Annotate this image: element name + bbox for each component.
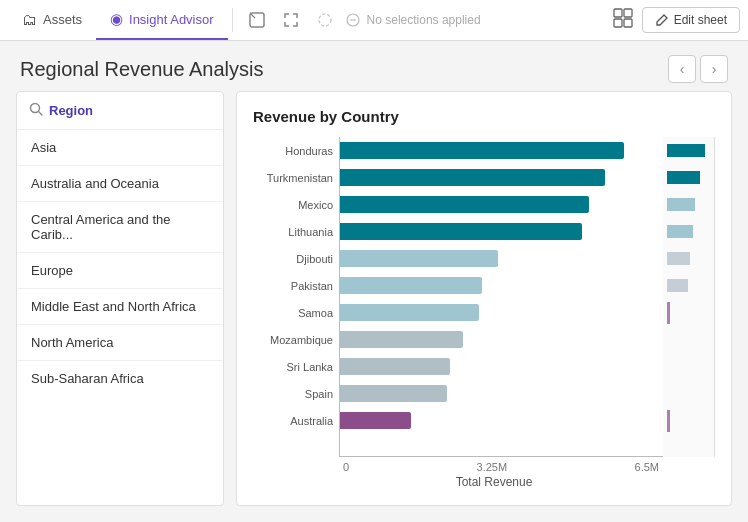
sec-bar-marker xyxy=(667,410,670,432)
bar-label: Australia xyxy=(253,408,333,434)
edit-sheet-label: Edit sheet xyxy=(674,13,727,27)
sidebar-region-label: Region xyxy=(49,103,93,118)
sec-bar-fill xyxy=(667,225,693,238)
bar-row-1 xyxy=(340,165,663,191)
sec-bar-row xyxy=(663,273,714,299)
sec-bar-row xyxy=(663,300,714,326)
search-icon xyxy=(29,102,43,119)
bar-label: Spain xyxy=(253,381,333,407)
sec-bar-row xyxy=(663,192,714,218)
bar-label: Mexico xyxy=(253,192,333,218)
expand-icon xyxy=(282,11,300,29)
select-btn[interactable] xyxy=(309,4,341,36)
secondary-bars xyxy=(663,137,715,457)
svg-rect-6 xyxy=(624,9,632,17)
nav-next-button[interactable]: › xyxy=(700,55,728,83)
chevron-right-icon: › xyxy=(712,61,717,77)
sidebar-item-north-america[interactable]: North America xyxy=(17,325,223,361)
bar-label: Turkmenistan xyxy=(253,165,333,191)
nav-arrows: ‹ › xyxy=(668,55,728,83)
bar-fill xyxy=(340,331,463,348)
select-icon xyxy=(316,11,334,29)
sec-bar-row xyxy=(663,246,714,272)
bar-row-4 xyxy=(340,246,663,272)
x-tick-0: 0 xyxy=(343,461,349,473)
bar-label: Pakistan xyxy=(253,273,333,299)
bar-fill xyxy=(340,223,582,240)
sidebar-item-asia[interactable]: Asia xyxy=(17,130,223,166)
bar-fill xyxy=(340,277,482,294)
bar-fill xyxy=(340,169,605,186)
bar-label: Djibouti xyxy=(253,246,333,272)
tab-assets-label: Assets xyxy=(43,12,82,27)
x-axis-label: Total Revenue xyxy=(253,475,715,489)
edit-icon xyxy=(655,13,669,27)
bar-row-7 xyxy=(340,327,663,353)
bar-fill xyxy=(340,250,498,267)
svg-line-10 xyxy=(39,112,43,116)
page-content: Regional Revenue Analysis ‹ › Region Asi… xyxy=(0,41,748,522)
sec-bar-fill xyxy=(667,279,688,292)
bar-row-6 xyxy=(340,300,663,326)
sec-bar-fill xyxy=(667,144,705,157)
x-tick-2: 6.5M xyxy=(635,461,659,473)
chart-title: Revenue by Country xyxy=(253,108,715,125)
bar-row-3 xyxy=(340,219,663,245)
expand-btn[interactable] xyxy=(275,4,307,36)
svg-rect-5 xyxy=(614,9,622,17)
sec-bar-row xyxy=(663,165,714,191)
svg-rect-7 xyxy=(614,19,622,27)
x-axis-ticks: 0 3.25M 6.5M xyxy=(253,461,715,473)
chart-area: Honduras Turkmenistan Mexico Lithuania D… xyxy=(253,137,715,457)
sidebar-list: Asia Australia and Oceania Central Ameri… xyxy=(17,130,223,505)
sec-bar-row xyxy=(663,354,714,380)
bar-fill xyxy=(340,304,479,321)
tab-assets[interactable]: 🗂 Assets xyxy=(8,0,96,40)
topbar-right: Edit sheet xyxy=(612,7,740,34)
sidebar-item-australia-oceania[interactable]: Australia and Oceania xyxy=(17,166,223,202)
bar-label: Lithuania xyxy=(253,219,333,245)
bar-row-0 xyxy=(340,138,663,164)
sec-bar-row xyxy=(663,138,714,164)
page-title: Regional Revenue Analysis xyxy=(20,58,264,81)
edit-sheet-button[interactable]: Edit sheet xyxy=(642,7,740,33)
sidebar-item-sub-saharan[interactable]: Sub-Saharan Africa xyxy=(17,361,223,396)
no-selections-indicator: No selections applied xyxy=(345,12,481,28)
bar-row-2 xyxy=(340,192,663,218)
bar-label: Sri Lanka xyxy=(253,354,333,380)
assets-icon: 🗂 xyxy=(22,11,37,28)
bar-label: Samoa xyxy=(253,300,333,326)
separator xyxy=(232,8,233,32)
sidebar-item-middle-east[interactable]: Middle East and North Africa xyxy=(17,289,223,325)
grid-icon xyxy=(612,7,634,29)
tab-insight-advisor[interactable]: ◉ Insight Advisor xyxy=(96,0,228,40)
bars-container xyxy=(339,137,663,457)
sec-bar-fill xyxy=(667,171,700,184)
no-selections-label: No selections applied xyxy=(367,13,481,27)
bar-fill xyxy=(340,196,589,213)
bar-label: Honduras xyxy=(253,138,333,164)
bar-labels: Honduras Turkmenistan Mexico Lithuania D… xyxy=(253,137,339,457)
sec-bar-fill xyxy=(667,252,690,265)
sec-bar-marker xyxy=(667,302,670,324)
grid-view-icon[interactable] xyxy=(612,7,634,34)
sidebar-item-central-america[interactable]: Central America and the Carib... xyxy=(17,202,223,253)
sidebar-item-europe[interactable]: Europe xyxy=(17,253,223,289)
sidebar-header: Region xyxy=(17,92,223,130)
bar-row-5 xyxy=(340,273,663,299)
svg-point-2 xyxy=(319,14,331,26)
sidebar: Region Asia Australia and Oceania Centra… xyxy=(16,91,224,506)
bar-row-8 xyxy=(340,354,663,380)
bar-row-10 xyxy=(340,408,663,434)
sec-bar-row xyxy=(663,219,714,245)
sec-bar-row xyxy=(663,381,714,407)
bar-fill xyxy=(340,412,411,429)
page-header: Regional Revenue Analysis ‹ › xyxy=(0,41,748,91)
x-tick-1: 3.25M xyxy=(477,461,508,473)
insight-advisor-icon: ◉ xyxy=(110,10,123,28)
lasso-btn[interactable] xyxy=(241,4,273,36)
bar-fill xyxy=(340,142,624,159)
sec-bar-row xyxy=(663,327,714,353)
svg-rect-8 xyxy=(624,19,632,27)
nav-prev-button[interactable]: ‹ xyxy=(668,55,696,83)
